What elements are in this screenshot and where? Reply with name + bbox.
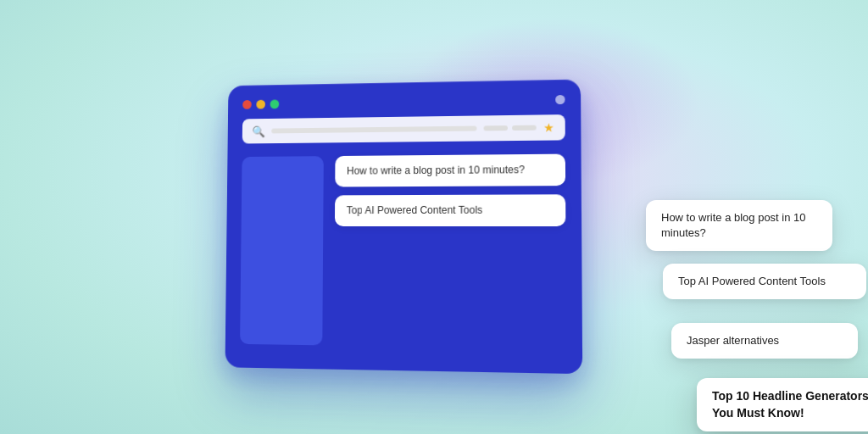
maximize-button[interactable] xyxy=(270,99,280,108)
floating-card-3: Jasper alternatives xyxy=(671,323,858,359)
close-button[interactable] xyxy=(242,100,252,109)
bookmark-star-icon: ★ xyxy=(543,120,554,134)
floating-card-2: Top AI Powered Content Tools xyxy=(663,264,866,299)
suggestion-card-1: How to write a blog post in 10 minutes? xyxy=(335,154,565,187)
floating-card-1-text: How to write a blog post in 10 minutes? xyxy=(661,211,806,239)
scene: 🔍 ★ How to write a blog post in 10 minut… xyxy=(0,0,868,434)
minimize-button[interactable] xyxy=(256,100,265,109)
suggestion-card-2: Top AI Powered Content Tools xyxy=(335,194,565,226)
floating-card-1: How to write a blog post in 10 minutes? xyxy=(646,200,832,251)
browser-content: How to write a blog post in 10 minutes? … xyxy=(240,154,566,349)
titlebar xyxy=(242,95,565,109)
search-bar[interactable]: 🔍 ★ xyxy=(242,114,565,143)
search-pills xyxy=(484,125,537,131)
browser-window: 🔍 ★ How to write a blog post in 10 minut… xyxy=(225,79,582,374)
floating-card-4-text: Top 10 Headline Generators You Must Know… xyxy=(712,389,868,420)
suggestion-text-2: Top AI Powered Content Tools xyxy=(347,204,482,216)
floating-card-3-text: Jasper alternatives xyxy=(687,334,779,347)
browser-wrapper: 🔍 ★ How to write a blog post in 10 minut… xyxy=(222,81,578,370)
main-area: How to write a blog post in 10 minutes? … xyxy=(334,154,566,349)
floating-card-2-text: Top AI Powered Content Tools xyxy=(678,275,826,287)
traffic-lights xyxy=(242,99,279,108)
suggestion-text-1: How to write a blog post in 10 minutes? xyxy=(347,164,525,176)
search-input-visual xyxy=(271,126,476,134)
sidebar-panel xyxy=(240,156,324,345)
titlebar-dot xyxy=(555,95,565,104)
floating-card-4: Top 10 Headline Generators You Must Know… xyxy=(697,378,868,431)
search-icon: 🔍 xyxy=(252,125,264,137)
search-pill-1 xyxy=(484,125,508,131)
search-pill-2 xyxy=(512,125,537,131)
